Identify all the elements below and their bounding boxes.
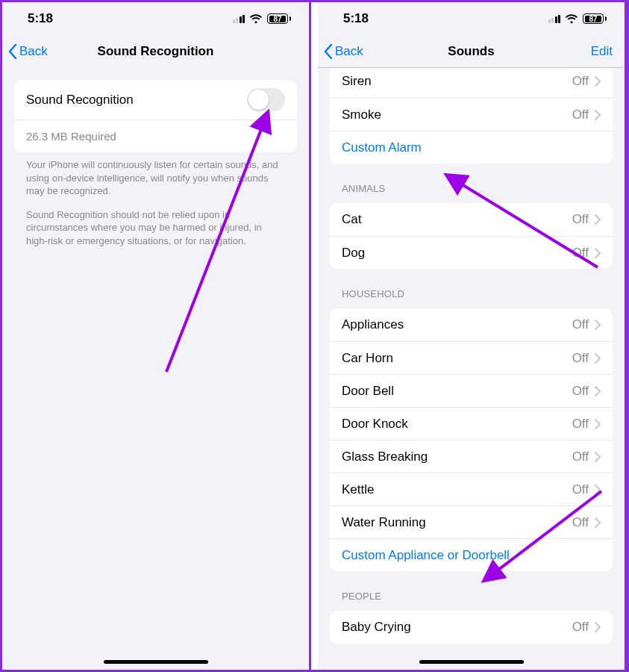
screenshot-right: 5:18 87 Back Sounds Edit Siren [318, 2, 627, 670]
animals-header: ANIMALS [330, 178, 613, 199]
sound-item-dog[interactable]: Dog Off [330, 236, 613, 269]
status-value: Off [572, 212, 589, 227]
chevron-right-icon [595, 622, 601, 632]
status-value: Off [572, 246, 589, 261]
status-value: Off [572, 351, 589, 366]
status-value: Off [572, 317, 589, 332]
sound-item-water-running[interactable]: Water Running Off [330, 505, 613, 538]
sound-item-siren[interactable]: Siren Off [330, 68, 613, 98]
people-header: PEOPLE [330, 586, 613, 606]
sound-item-door-knock[interactable]: Door Knock Off [330, 407, 613, 440]
status-time: 5:18 [343, 11, 369, 26]
chevron-right-icon [595, 517, 601, 528]
wifi-icon [565, 14, 578, 24]
people-group: Baby Crying Off [330, 611, 613, 644]
edit-button[interactable]: Edit [591, 44, 613, 59]
nav-bar: Back Sound Recognition [2, 35, 309, 68]
back-button[interactable]: Back [2, 44, 48, 59]
description-2: Sound Recognition should not be relied u… [2, 198, 309, 248]
page-title: Sounds [318, 44, 625, 59]
list-item-label: Water Running [342, 515, 426, 530]
custom-alarm-label: Custom Alarm [342, 140, 422, 155]
sound-item-glass-breaking[interactable]: Glass Breaking Off [330, 440, 613, 473]
list-item-label: Baby Crying [342, 620, 411, 635]
status-value: Off [572, 620, 589, 635]
list-item-label: Siren [342, 74, 372, 89]
status-value: Off [572, 108, 589, 122]
chevron-left-icon [324, 44, 333, 59]
sound-item-car-horn[interactable]: Car Horn Off [330, 341, 613, 374]
status-bar: 5:18 87 [2, 2, 309, 35]
list-item-label: Door Knock [342, 417, 408, 432]
sound-item-baby-crying[interactable]: Baby Crying Off [330, 611, 613, 644]
status-value: Off [572, 384, 589, 399]
battery-icon: 87 [583, 13, 607, 24]
chevron-right-icon [595, 353, 601, 364]
sound-recognition-group: Sound Recognition 26.3 MB Required [14, 80, 297, 152]
back-button[interactable]: Back [318, 44, 363, 59]
toggle-switch[interactable] [247, 88, 285, 111]
storage-required-row: 26.3 MB Required [14, 119, 297, 152]
chevron-right-icon [595, 320, 601, 330]
cellular-icon [548, 15, 561, 23]
custom-appliance-button[interactable]: Custom Appliance or Doorbell [330, 538, 613, 571]
status-value: Off [572, 449, 589, 464]
status-value: Off [572, 515, 589, 530]
wifi-icon [249, 14, 263, 24]
animals-group: Cat Off Dog Off [330, 203, 613, 269]
status-value: Off [572, 417, 589, 432]
home-indicator [419, 660, 524, 664]
description-1: Your iPhone will continuously listen for… [2, 152, 309, 198]
sound-item-cat[interactable]: Cat Off [330, 203, 613, 236]
status-time: 5:18 [28, 11, 53, 26]
chevron-right-icon [595, 485, 601, 495]
toggle-label: Sound Recognition [26, 93, 134, 108]
list-item-label: Dog [342, 246, 365, 261]
list-item-label: Door Bell [342, 384, 394, 399]
sound-recognition-toggle-row[interactable]: Sound Recognition [14, 80, 297, 119]
list-item-label: Smoke [342, 108, 381, 122]
alarms-group: Siren Off Smoke Off Custom Alarm [330, 68, 613, 164]
sound-item-kettle[interactable]: Kettle Off [330, 473, 613, 505]
back-label: Back [19, 44, 48, 59]
chevron-right-icon [595, 214, 601, 225]
household-header: HOUSEHOLD [330, 284, 613, 304]
chevron-right-icon [595, 386, 601, 396]
cellular-icon [233, 15, 245, 23]
list-item-label: Cat [342, 212, 361, 227]
chevron-left-icon [8, 44, 17, 59]
list-item-label: Appliances [342, 317, 404, 332]
sound-item-smoke[interactable]: Smoke Off [330, 98, 613, 131]
status-icons: 87 [548, 13, 607, 24]
screenshot-left: 5:18 87 Back Sound Recognition Sound Rec… [2, 2, 311, 670]
list-item-label: Kettle [342, 482, 374, 497]
chevron-right-icon [595, 248, 601, 258]
status-bar: 5:18 87 [318, 2, 625, 35]
list-item-label: Glass Breaking [342, 449, 428, 464]
status-value: Off [572, 74, 589, 89]
nav-bar: Back Sounds Edit [318, 35, 625, 68]
page-title: Sound Recognition [2, 44, 309, 59]
sound-item-appliances[interactable]: Appliances Off [330, 308, 613, 341]
household-group: Appliances Off Car Horn Off Door Bell Of… [330, 308, 613, 571]
sound-item-door-bell[interactable]: Door Bell Off [330, 374, 613, 407]
storage-required-text: 26.3 MB Required [26, 130, 116, 143]
battery-icon: 87 [267, 13, 291, 24]
status-icons: 87 [233, 13, 292, 24]
chevron-right-icon [595, 419, 601, 429]
custom-alarm-button[interactable]: Custom Alarm [330, 131, 613, 164]
chevron-right-icon [595, 110, 601, 120]
list-item-label: Car Horn [342, 351, 393, 366]
chevron-right-icon [595, 76, 601, 87]
back-label: Back [335, 44, 363, 59]
status-value: Off [572, 482, 589, 497]
home-indicator [104, 660, 208, 664]
chevron-right-icon [595, 452, 601, 462]
custom-appliance-label: Custom Appliance or Doorbell [342, 548, 510, 563]
